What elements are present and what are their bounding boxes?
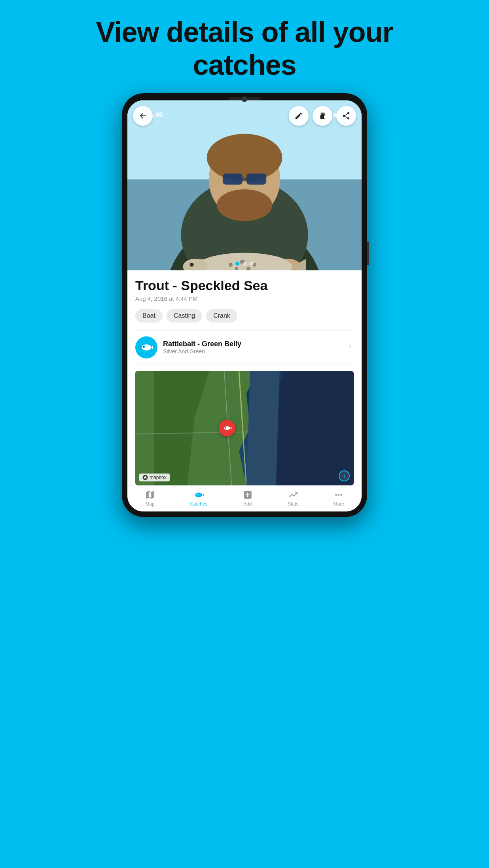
mapbox-label: mapbox: [150, 475, 167, 480]
map-container[interactable]: mapbox i: [135, 371, 354, 485]
svg-rect-6: [334, 113, 340, 116]
svg-rect-0: [324, 115, 326, 117]
svg-point-50: [196, 494, 197, 494]
wifi-icon: [314, 112, 322, 118]
nav-item-catches[interactable]: Catches: [190, 490, 207, 507]
svg-marker-48: [202, 493, 204, 496]
svg-marker-32: [151, 345, 153, 349]
nav-label-catches: Catches: [190, 501, 207, 507]
svg-marker-40: [269, 371, 354, 485]
map-pin: [219, 420, 235, 436]
status-icons: [314, 112, 343, 118]
svg-rect-2: [328, 113, 329, 118]
bait-info: Rattlebait - Green Belly Silver And Gree…: [163, 340, 341, 355]
svg-point-47: [195, 492, 202, 497]
pin-fish-icon: [223, 424, 231, 432]
svg-rect-14: [223, 173, 243, 184]
chevron-icon: [347, 343, 354, 350]
svg-marker-41: [246, 371, 280, 485]
svg-point-34: [143, 346, 144, 347]
chevron-right-icon[interactable]: [347, 343, 354, 352]
svg-point-26: [235, 267, 238, 270]
dot-1: [235, 262, 239, 266]
image-dots: [235, 262, 254, 266]
content-area: Trout - Speckled Sea Aug 4, 2016 at 4:44…: [127, 270, 362, 485]
map-info-button[interactable]: i: [339, 470, 350, 481]
stats-nav-icon: [288, 490, 298, 500]
tag-casting[interactable]: Casting: [167, 309, 202, 323]
svg-point-45: [225, 427, 226, 428]
svg-rect-3: [330, 112, 331, 117]
fish-lure-icon: [140, 341, 153, 354]
nav-label-add: Add: [243, 501, 252, 507]
svg-marker-43: [230, 426, 231, 429]
signal-icon: [324, 112, 331, 118]
phone-side-button: [367, 242, 369, 265]
phone-camera: [242, 96, 247, 102]
tags-row: Boat Casting Crank: [135, 309, 354, 323]
bottom-nav: Map Catches Add: [127, 485, 362, 511]
nav-label-stats: Stats: [288, 501, 298, 507]
svg-rect-5: [341, 114, 343, 116]
phone-screen: 11:49: [127, 100, 362, 511]
svg-point-31: [142, 344, 151, 350]
hero-image: 11:49: [127, 100, 362, 270]
status-time: 11:49: [146, 111, 163, 119]
svg-point-17: [217, 189, 272, 221]
battery-icon: [333, 112, 343, 118]
mapbox-logo-icon: [142, 475, 148, 480]
more-nav-icon: [334, 490, 344, 500]
bait-icon: [135, 336, 157, 359]
fish-date: Aug 4, 2016 at 4:44 PM: [135, 295, 354, 302]
map-roads-svg: [135, 371, 354, 485]
bait-row[interactable]: Rattlebait - Green Belly Silver And Gree…: [135, 330, 354, 364]
nav-item-stats[interactable]: Stats: [288, 490, 298, 507]
bait-color: Silver And Green: [163, 348, 341, 355]
dot-2: [243, 262, 246, 266]
hero-person-svg: [127, 100, 362, 270]
svg-point-30: [190, 262, 194, 266]
mapbox-logo: mapbox: [139, 474, 170, 481]
svg-point-13: [207, 134, 282, 181]
nav-label-map: Map: [145, 501, 154, 507]
svg-rect-1: [326, 115, 328, 118]
catches-nav-icon: [193, 490, 204, 500]
phone-shell: 11:49: [122, 93, 367, 517]
tag-crank[interactable]: Crank: [206, 309, 237, 323]
map-background: mapbox i: [135, 371, 354, 485]
dot-3: [250, 262, 254, 266]
headline-line2: catches: [193, 49, 296, 81]
headline-line1: View details of all your: [96, 16, 393, 48]
map-nav-icon: [145, 490, 155, 500]
nav-item-map[interactable]: Map: [145, 490, 155, 507]
status-bar: 11:49: [138, 109, 351, 120]
svg-point-23: [229, 262, 233, 266]
bait-name: Rattlebait - Green Belly: [163, 340, 341, 348]
fish-title: Trout - Speckled Sea: [135, 278, 354, 293]
nav-item-more[interactable]: More: [334, 490, 344, 507]
nav-item-add[interactable]: Add: [243, 490, 253, 507]
add-nav-icon: [243, 490, 253, 500]
page-headline: View details of all your catches: [96, 16, 393, 81]
tag-boat[interactable]: Boat: [135, 309, 163, 323]
nav-label-more: More: [334, 501, 344, 507]
svg-rect-15: [246, 173, 266, 184]
